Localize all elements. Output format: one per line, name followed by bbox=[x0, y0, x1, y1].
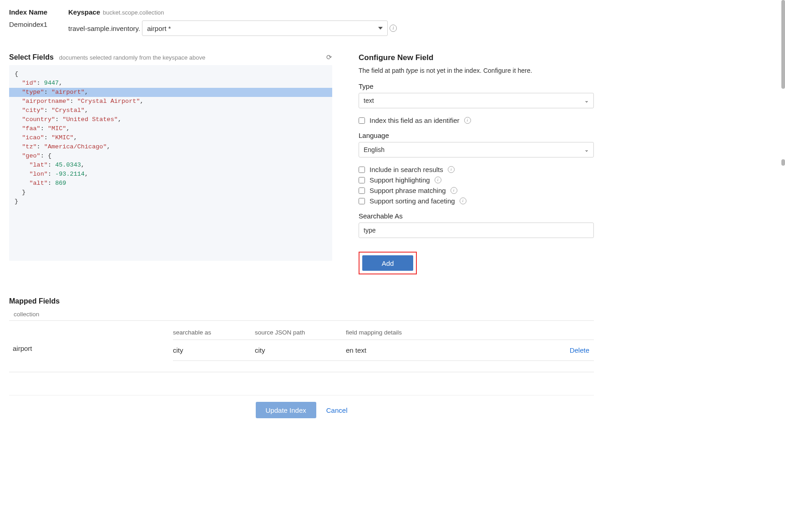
mapped-collection-value: airport bbox=[9, 325, 173, 352]
select-fields-title: Select Fields bbox=[9, 53, 54, 61]
sample-document-json[interactable]: { "id": 9447, "type": "airport", "airpor… bbox=[9, 65, 332, 261]
refresh-icon[interactable]: ⟳ bbox=[326, 53, 332, 61]
info-icon[interactable]: i bbox=[390, 25, 397, 32]
header-row: Index Name Demoindex1 Keyspace bucket.sc… bbox=[9, 0, 594, 36]
add-button-highlight: Add bbox=[359, 252, 417, 274]
select-fields-subtitle: documents selected randomly from the key… bbox=[59, 54, 206, 61]
include-checkbox[interactable] bbox=[359, 167, 365, 173]
mapped-table-row: city city en text Delete bbox=[173, 340, 594, 361]
info-icon[interactable]: i bbox=[451, 187, 457, 194]
identifier-checkbox[interactable] bbox=[359, 117, 365, 124]
language-label: Language bbox=[359, 132, 594, 139]
cancel-link[interactable]: Cancel bbox=[326, 406, 348, 414]
configure-field-panel: Configure New Field The field at path ty… bbox=[359, 53, 594, 274]
phrase-checkbox-row[interactable]: Support phrase matching i bbox=[359, 187, 594, 194]
scrollbar[interactable] bbox=[781, 0, 785, 89]
mapped-fields-title: Mapped Fields bbox=[9, 297, 594, 305]
mapped-table-header: searchable as source JSON path field map… bbox=[173, 325, 594, 340]
sort-checkbox-row[interactable]: Support sorting and faceting i bbox=[359, 197, 594, 205]
phrase-checkbox[interactable] bbox=[359, 187, 365, 194]
chevron-down-icon: ⌄ bbox=[584, 147, 589, 153]
sort-checkbox[interactable] bbox=[359, 198, 365, 204]
chevron-down-icon bbox=[378, 27, 383, 30]
row-details: en text bbox=[346, 346, 557, 354]
keyspace-hint: bucket.scope.collection bbox=[103, 9, 164, 16]
include-checkbox-row[interactable]: Include in search results i bbox=[359, 166, 594, 173]
configure-title: Configure New Field bbox=[359, 53, 594, 62]
row-delete-link[interactable]: Delete bbox=[570, 346, 589, 354]
collection-label: collection bbox=[9, 311, 594, 318]
configure-desc: The field at path type is not yet in the… bbox=[359, 67, 594, 74]
keyspace-collection-value: airport * bbox=[147, 25, 171, 32]
info-icon[interactable]: i bbox=[448, 166, 455, 173]
row-searchable-as: city bbox=[173, 346, 255, 354]
index-name-label: Index Name bbox=[9, 8, 68, 16]
language-select[interactable]: English ⌄ bbox=[359, 142, 594, 157]
mapped-row: airport searchable as source JSON path f… bbox=[9, 321, 594, 361]
scrollbar[interactable] bbox=[781, 159, 785, 166]
footer: Update Index Cancel bbox=[9, 395, 594, 423]
chevron-down-icon: ⌄ bbox=[584, 97, 589, 104]
update-index-button[interactable]: Update Index bbox=[256, 402, 316, 418]
add-button[interactable]: Add bbox=[362, 255, 413, 271]
highlight-checkbox[interactable] bbox=[359, 177, 365, 183]
type-label: Type bbox=[359, 82, 594, 90]
info-icon[interactable]: i bbox=[460, 198, 466, 204]
searchable-as-input[interactable] bbox=[359, 223, 594, 238]
searchable-as-label: Searchable As bbox=[359, 212, 594, 220]
keyspace-prefix: travel-sample.inventory. bbox=[68, 25, 140, 32]
type-select[interactable]: text ⌄ bbox=[359, 93, 594, 108]
keyspace-label: Keyspace bbox=[68, 8, 100, 16]
info-icon[interactable]: i bbox=[435, 177, 441, 183]
highlight-checkbox-row[interactable]: Support highlighting i bbox=[359, 176, 594, 184]
identifier-checkbox-row[interactable]: Index this field as an identifier i bbox=[359, 117, 594, 124]
row-source-path: city bbox=[255, 346, 346, 354]
mapped-fields-section: Mapped Fields collection airport searcha… bbox=[9, 297, 594, 372]
keyspace-collection-select[interactable]: airport * bbox=[142, 20, 388, 36]
info-icon[interactable]: i bbox=[464, 117, 471, 124]
index-name-value: Demoindex1 bbox=[9, 20, 68, 28]
